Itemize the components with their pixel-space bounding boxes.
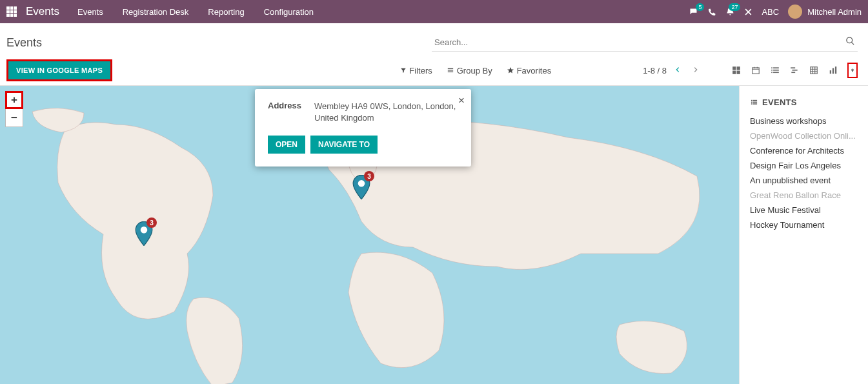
pager-next[interactable] (689, 65, 703, 77)
svg-rect-9 (771, 67, 772, 68)
zoom-in-button[interactable]: + (5, 91, 23, 109)
nav-links: Events Registration Desk Reporting Confi… (77, 7, 314, 17)
svg-rect-20 (833, 68, 834, 74)
view-switcher (731, 63, 858, 78)
map-area[interactable]: + − 3 3 × Address Wembley HA9 0WS, Londo… (0, 86, 739, 384)
svg-rect-26 (752, 100, 757, 101)
svg-rect-5 (737, 66, 740, 70)
map-pin-uk[interactable]: 3 (352, 175, 370, 199)
search-icon[interactable] (845, 36, 855, 48)
svg-point-0 (847, 37, 853, 43)
svg-rect-3 (448, 72, 453, 72)
popup-close-icon[interactable]: × (458, 94, 465, 107)
event-item[interactable]: Business workshops (750, 114, 858, 128)
user-name: Mitchell Admin (807, 7, 862, 17)
popup-address-label: Address (268, 101, 303, 124)
top-navbar: Events Events Registration Desk Reportin… (0, 0, 868, 23)
sidebar-title-text: EVENTS (762, 97, 797, 107)
main: + − 3 3 × Address Wembley HA9 0WS, Londo… (0, 86, 868, 384)
nav-link-events[interactable]: Events (77, 7, 103, 17)
map-popup: × Address Wembley HA9 0WS, London, Londo… (255, 89, 471, 167)
svg-rect-8 (752, 68, 760, 74)
popup-address-value: Wembley HA9 0WS, London, London, United … (314, 101, 458, 124)
page-title: Events (6, 36, 42, 50)
view-graph-icon[interactable] (828, 66, 838, 75)
list-icon (750, 99, 758, 106)
view-in-google-maps-button[interactable]: VIEW IN GOOGLE MAPS (6, 59, 112, 81)
pager-prev[interactable] (671, 65, 685, 77)
chat-count-badge: 5 (696, 3, 704, 11)
favorites-label: Favorites (517, 66, 551, 76)
svg-rect-1 (448, 68, 453, 69)
view-kanban-icon[interactable] (731, 66, 742, 75)
app-brand[interactable]: Events (26, 5, 59, 18)
pager: 1-8 / 8 (643, 65, 703, 77)
nav-right: 5 27 ABC Mitchell Admin (688, 5, 862, 19)
svg-rect-25 (751, 100, 752, 101)
svg-point-24 (358, 180, 365, 187)
view-calendar-icon[interactable] (751, 66, 761, 75)
nav-link-reporting[interactable]: Reporting (208, 7, 244, 17)
chat-icon[interactable]: 5 (688, 7, 699, 17)
svg-rect-11 (771, 70, 772, 71)
avatar (788, 5, 802, 19)
nav-link-registration[interactable]: Registration Desk (123, 7, 189, 17)
svg-rect-16 (792, 70, 798, 71)
pin-count: 3 (146, 217, 157, 228)
filters-label: Filters (409, 66, 432, 76)
events-sidebar: EVENTS Business workshops OpenWood Colle… (739, 86, 868, 384)
event-item[interactable]: An unpublished event (750, 173, 858, 188)
svg-rect-30 (752, 103, 757, 104)
svg-rect-2 (448, 70, 453, 70)
event-item[interactable]: Hockey Tournament (750, 217, 858, 232)
svg-rect-19 (830, 70, 831, 74)
event-item[interactable]: Conference for Architects (750, 143, 858, 158)
svg-rect-21 (835, 66, 836, 74)
svg-rect-17 (791, 72, 795, 73)
svg-rect-28 (752, 102, 757, 103)
filters-button[interactable]: Filters (400, 66, 432, 76)
svg-point-23 (141, 227, 148, 234)
activity-icon[interactable]: 27 (725, 7, 735, 17)
search-input[interactable] (432, 34, 858, 52)
svg-rect-18 (811, 67, 818, 74)
activity-count-badge: 27 (729, 3, 740, 11)
groupby-button[interactable]: Group By (447, 66, 492, 76)
phone-icon[interactable] (708, 8, 716, 16)
event-item[interactable]: Design Fair Los Angeles (750, 158, 858, 173)
view-pivot-icon[interactable] (809, 66, 819, 75)
control-panel: Events VIEW IN GOOGLE MAPS Filters Group… (0, 23, 868, 86)
view-list-icon[interactable] (770, 66, 780, 75)
close-icon[interactable] (744, 8, 752, 16)
svg-rect-6 (732, 71, 736, 74)
event-item[interactable]: OpenWood Collection Onli... (750, 128, 858, 143)
favorites-button[interactable]: Favorites (507, 66, 551, 76)
svg-rect-13 (771, 72, 772, 73)
svg-rect-29 (751, 103, 752, 104)
svg-rect-4 (732, 66, 736, 70)
svg-rect-7 (737, 71, 740, 74)
view-gantt-icon[interactable] (789, 66, 800, 75)
svg-rect-12 (773, 70, 779, 71)
user-menu[interactable]: Mitchell Admin (788, 5, 862, 19)
groupby-label: Group By (457, 66, 492, 76)
svg-rect-14 (773, 72, 779, 73)
nav-link-configuration[interactable]: Configuration (264, 7, 314, 17)
svg-rect-15 (791, 67, 795, 68)
svg-rect-27 (751, 102, 752, 103)
event-item[interactable]: Live Music Festival (750, 203, 858, 217)
apps-icon[interactable] (6, 6, 17, 17)
sidebar-title: EVENTS (750, 97, 858, 107)
map-pin-us[interactable]: 3 (135, 221, 153, 246)
view-map-icon[interactable] (847, 63, 858, 78)
pin-count: 3 (364, 171, 374, 181)
pager-text[interactable]: 1-8 / 8 (643, 66, 667, 76)
zoom-out-button[interactable]: − (5, 109, 23, 127)
popup-navigate-button[interactable]: NAVIGATE TO (310, 136, 378, 154)
popup-open-button[interactable]: OPEN (268, 136, 305, 154)
search-box (432, 34, 858, 52)
zoom-controls: + − (5, 91, 23, 127)
event-item[interactable]: Great Reno Ballon Race (750, 188, 858, 203)
company-name[interactable]: ABC (762, 7, 779, 17)
svg-rect-10 (773, 67, 779, 68)
